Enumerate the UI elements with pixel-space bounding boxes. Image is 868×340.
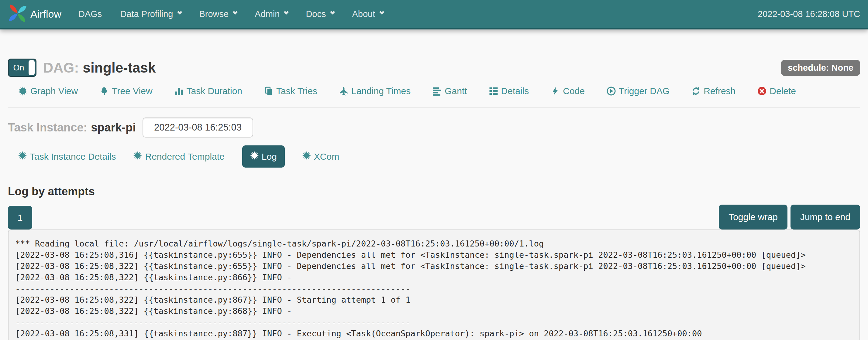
- utc-clock: 2022-03-08 16:28:08 UTC: [758, 9, 860, 19]
- log-action-buttons: Toggle wrap Jump to end: [719, 205, 860, 230]
- chevron-down-icon: [177, 9, 182, 14]
- copy-icon: [264, 87, 273, 96]
- log-line: [2022-03-08 16:25:08,322] {{taskinstance…: [15, 305, 860, 317]
- tab-gantt[interactable]: Gantt: [432, 86, 467, 96]
- schedule-badge: schedule: None: [781, 60, 860, 76]
- nav-item-about[interactable]: About: [343, 0, 392, 29]
- log-line: *** Reading local file: /usr/local/airfl…: [15, 238, 860, 249]
- tab-trigger-dag[interactable]: Trigger DAG: [607, 86, 670, 96]
- dag-view-tabs: Graph View Tree View Task Duration Task …: [18, 86, 860, 96]
- task-instance-buttons: Task Instance Details Rendered Template …: [18, 145, 860, 168]
- dag-header: On DAG: single-task schedule: None: [8, 59, 860, 77]
- tab-delete[interactable]: Delete: [757, 86, 796, 96]
- top-navbar: Airflow DAGs Data Profiling Browse Admin…: [0, 0, 868, 29]
- log-line: ----------------------------------------…: [15, 317, 860, 328]
- refresh-icon: [691, 87, 701, 96]
- toggle-wrap-button[interactable]: Toggle wrap: [719, 205, 787, 230]
- log-button-active[interactable]: Log: [242, 145, 285, 168]
- xcom-button[interactable]: XCom: [302, 151, 339, 162]
- navbar-menu: DAGs Data Profiling Browse Admin Docs Ab…: [69, 0, 392, 29]
- certificate-icon: [18, 87, 27, 96]
- nav-item-browse[interactable]: Browse: [190, 0, 246, 29]
- log-line: [2022-03-08 16:25:08,316] {{taskinstance…: [15, 249, 860, 261]
- rendered-template-button[interactable]: Rendered Template: [133, 151, 224, 162]
- log-line: [2022-03-08 16:25:08,322] {{taskinstance…: [15, 272, 860, 283]
- nav-item-data-profiling[interactable]: Data Profiling: [111, 0, 190, 29]
- certificate-icon: [18, 151, 27, 162]
- tree-icon: [100, 87, 109, 96]
- play-circle-icon: [607, 87, 616, 96]
- tab-task-tries[interactable]: Task Tries: [264, 86, 317, 96]
- bolt-icon: [551, 87, 560, 96]
- tab-refresh[interactable]: Refresh: [691, 86, 736, 96]
- tab-landing-times[interactable]: Landing Times: [339, 86, 411, 96]
- align-left-icon: [432, 87, 442, 96]
- page-title: DAG: single-task: [43, 60, 156, 76]
- divider: [8, 107, 860, 108]
- tab-graph-view[interactable]: Graph View: [18, 86, 78, 96]
- certificate-icon: [302, 151, 311, 162]
- airflow-pinwheel-icon: [8, 4, 27, 24]
- toggle-on-label: On: [9, 63, 29, 73]
- plane-icon: [339, 87, 348, 96]
- nav-item-dags[interactable]: DAGs: [69, 0, 111, 29]
- chevron-down-icon: [379, 9, 384, 14]
- log-line: [2022-03-08 16:25:08,322] {{taskinstance…: [15, 261, 860, 272]
- bar-chart-icon: [175, 87, 184, 96]
- toggle-knob: [29, 60, 35, 75]
- dag-title-prefix: DAG:: [43, 60, 79, 76]
- times-circle-icon: [757, 87, 767, 96]
- airflow-task-log-page: Airflow DAGs Data Profiling Browse Admin…: [0, 0, 868, 340]
- task-instance-details-button[interactable]: Task Instance Details: [18, 151, 116, 162]
- execution-date-input[interactable]: [143, 117, 253, 138]
- dag-name: single-task: [83, 60, 156, 76]
- log-output[interactable]: *** Reading local file: /usr/local/airfl…: [8, 230, 860, 340]
- log-by-attempts-heading: Log by attempts: [8, 185, 860, 198]
- nav-item-docs[interactable]: Docs: [297, 0, 343, 29]
- certificate-icon: [133, 151, 142, 162]
- dag-pause-toggle[interactable]: On: [8, 59, 36, 77]
- chevron-down-icon: [330, 9, 335, 14]
- tab-task-duration[interactable]: Task Duration: [175, 86, 242, 96]
- chevron-down-icon: [233, 9, 238, 14]
- brand-title: Airflow: [30, 8, 61, 20]
- task-instance-label: Task Instance:: [8, 121, 87, 134]
- th-list-icon: [489, 87, 498, 96]
- jump-to-end-button[interactable]: Jump to end: [790, 205, 860, 230]
- airflow-brand[interactable]: Airflow: [8, 4, 61, 24]
- log-line: [2022-03-08 16:25:08,331] {{taskinstance…: [15, 328, 860, 339]
- certificate-icon: [250, 151, 259, 162]
- attempt-tabs-row: 1 Toggle wrap Jump to end: [8, 205, 860, 230]
- chevron-down-icon: [284, 9, 289, 14]
- log-line: [2022-03-08 16:25:08,322] {{taskinstance…: [15, 294, 860, 305]
- attempt-1-tab[interactable]: 1: [8, 206, 32, 230]
- tab-code[interactable]: Code: [551, 86, 585, 96]
- tab-tree-view[interactable]: Tree View: [100, 86, 152, 96]
- log-line: ----------------------------------------…: [15, 283, 860, 294]
- tab-details[interactable]: Details: [489, 86, 529, 96]
- task-instance-name: spark-pi: [91, 121, 136, 134]
- task-instance-row: Task Instance: spark-pi: [8, 117, 860, 138]
- nav-item-admin[interactable]: Admin: [246, 0, 297, 29]
- page-content: On DAG: single-task schedule: None Graph…: [0, 59, 868, 340]
